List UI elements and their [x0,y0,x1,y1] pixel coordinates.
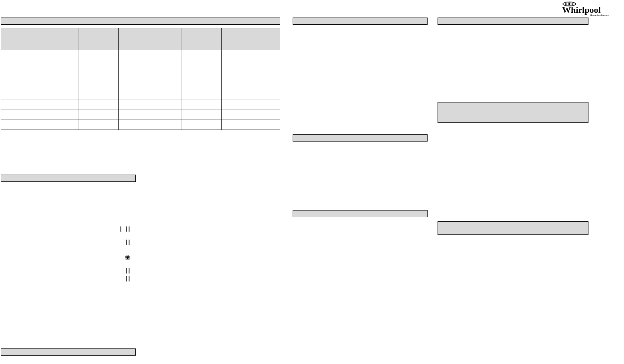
header-box-right-3 [438,221,588,235]
glyph-4: II [125,267,131,275]
header-box-top-left [1,18,280,25]
table-row [1,100,280,110]
glyph-5: II [125,275,131,283]
table-row [1,80,280,90]
header-box-right-2 [438,102,588,123]
header-box-mid-3 [293,210,428,217]
whirlpool-logo: Whirlpool Home Appliances [562,1,620,17]
table-row [1,50,280,60]
header-box-right-1 [438,18,588,25]
glyph-1: I II [120,225,131,234]
header-box-left-mid [1,175,136,182]
data-table [1,28,280,130]
col-header-1 [1,28,79,50]
header-box-mid-1 [293,18,428,25]
header-box-mid-2 [293,134,428,142]
col-header-6 [222,28,280,50]
flower-icon: ❀ [125,253,131,262]
glyph-2: II [125,238,131,247]
col-header-3 [118,28,150,50]
table-header-row [1,28,280,50]
logo-wordmark: Whirlpool [562,5,601,15]
table-row [1,90,280,100]
col-header-5 [182,28,221,50]
table-row [1,60,280,70]
logo-subtext: Home Appliances [590,14,609,16]
table-row [1,70,280,80]
table-row [1,110,280,120]
col-header-2 [79,28,118,50]
col-header-4 [150,28,182,50]
header-box-left-bottom [1,348,136,356]
table-row [1,120,280,130]
